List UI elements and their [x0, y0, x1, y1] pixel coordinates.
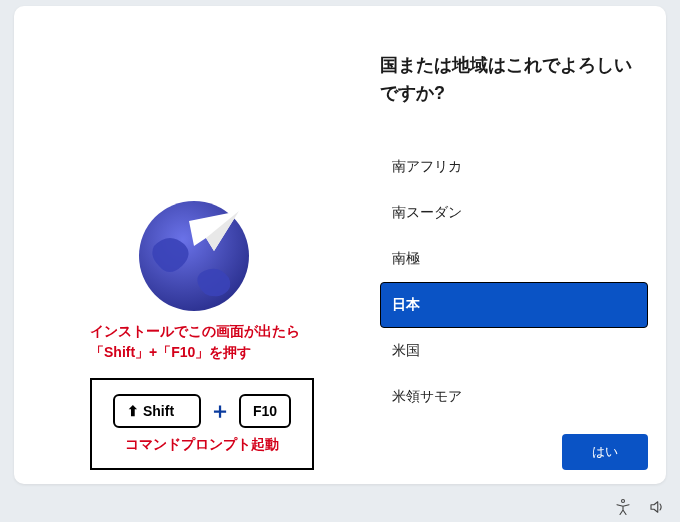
plus-icon: ＋	[209, 396, 231, 426]
list-item-selected[interactable]: 日本	[380, 282, 648, 328]
key-caption: コマンドプロンプト起動	[125, 436, 279, 454]
svg-point-1	[622, 500, 625, 503]
key-combo-box: ⬆ Shift ＋ F10 コマンドプロンプト起動	[90, 378, 314, 470]
key-row: ⬆ Shift ＋ F10	[113, 394, 291, 428]
yes-button[interactable]: はい	[562, 434, 648, 470]
list-item[interactable]: 南スーダン	[380, 190, 648, 236]
accessibility-icon[interactable]	[614, 498, 632, 516]
f10-key: F10	[239, 394, 291, 428]
shift-key-label: Shift	[143, 403, 174, 419]
annotation-line1: インストールでこの画面が出たら	[90, 321, 300, 342]
f10-key-label: F10	[253, 403, 277, 419]
shift-arrow-icon: ⬆	[127, 404, 139, 418]
list-item[interactable]: 南アフリカ	[380, 144, 648, 190]
globe-illustration	[134, 196, 254, 316]
list-item[interactable]: 米国	[380, 328, 648, 374]
annotation-line2: 「Shift」+「F10」を押す	[90, 342, 300, 363]
list-item[interactable]: 米領サモア	[380, 374, 648, 420]
volume-icon[interactable]	[648, 498, 666, 516]
oobe-window: インストールでこの画面が出たら 「Shift」+「F10」を押す ⬆ Shift…	[14, 6, 666, 484]
list-item[interactable]: 南極	[380, 236, 648, 282]
shift-key: ⬆ Shift	[113, 394, 201, 428]
globe-icon	[134, 196, 254, 316]
page-title: 国または地域はこれでよろしいですか?	[380, 52, 648, 108]
taskbar-tray	[614, 498, 666, 516]
annotation-text: インストールでこの画面が出たら 「Shift」+「F10」を押す	[90, 321, 300, 363]
region-list[interactable]: 南アフリカ 南スーダン 南極 日本 米国 米領サモア	[380, 144, 648, 420]
right-pane: 国または地域はこれでよろしいですか? 南アフリカ 南スーダン 南極 日本 米国 …	[374, 6, 666, 484]
left-pane: インストールでこの画面が出たら 「Shift」+「F10」を押す ⬆ Shift…	[14, 6, 374, 484]
